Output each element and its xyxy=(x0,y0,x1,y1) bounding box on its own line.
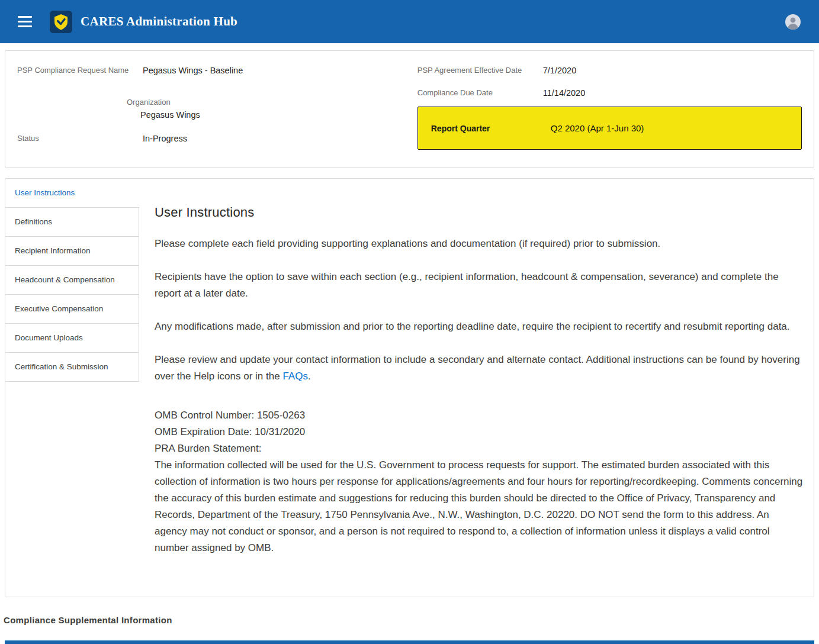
nav-item-certification-submission[interactable]: Certification & Submission xyxy=(5,352,139,382)
omb-statement-block: OMB Control Number: 1505-0263 OMB Expira… xyxy=(155,407,803,556)
organization-label: Organization xyxy=(127,97,417,107)
supplemental-section-header-bar xyxy=(5,640,814,644)
section-nav-list: Definitions Recipient Information Headco… xyxy=(5,207,139,382)
request-name-label: PSP Compliance Request Name xyxy=(17,65,143,76)
compliance-summary-card: PSP Compliance Request Name Pegasus Wing… xyxy=(5,50,814,168)
instructions-paragraph-3: Any modifications made, after submission… xyxy=(155,318,803,335)
app-title: CARES Administration Hub xyxy=(81,14,237,29)
report-sections-card: User Instructions Definitions Recipient … xyxy=(5,178,814,597)
effective-date-label: PSP Agreement Effective Date xyxy=(417,65,543,76)
pra-burden-text: The information collected will be used f… xyxy=(155,457,803,556)
supplemental-section-title: Compliance Supplemental Information xyxy=(4,615,819,625)
section-nav: User Instructions Definitions Recipient … xyxy=(5,179,139,597)
summary-right-column: PSP Agreement Effective Date 7/1/2020 Co… xyxy=(417,65,802,150)
instructions-paragraph-4: Please review and update your contact in… xyxy=(155,352,803,385)
request-name-value: Pegasus Wings - Baseline xyxy=(143,65,417,76)
omb-expiration-date: OMB Expiration Date: 10/31/2020 xyxy=(155,424,803,440)
organization-field: Organization Pegasus Wings xyxy=(127,97,417,120)
nav-item-document-uploads[interactable]: Document Uploads xyxy=(5,323,139,352)
status-value: In-Progress xyxy=(143,133,417,144)
nav-item-definitions[interactable]: Definitions xyxy=(5,207,139,236)
user-instructions-panel: User Instructions Please complete each f… xyxy=(139,179,814,597)
status-label: Status xyxy=(17,133,143,144)
user-avatar-icon[interactable] xyxy=(785,14,801,30)
summary-left-column: PSP Compliance Request Name Pegasus Wing… xyxy=(17,65,417,150)
effective-date-value: 7/1/2020 xyxy=(543,65,802,76)
organization-value: Pegasus Wings xyxy=(127,110,417,120)
report-quarter-value: Q2 2020 (Apr 1-Jun 30) xyxy=(551,123,644,133)
due-date-label: Compliance Due Date xyxy=(417,88,543,98)
faq-sentence-suffix: . xyxy=(308,371,311,382)
faq-sentence-prefix: Please review and update your contact in… xyxy=(155,354,800,382)
omb-control-number: OMB Control Number: 1505-0263 xyxy=(155,407,803,424)
nav-item-executive-compensation[interactable]: Executive Compensation xyxy=(5,294,139,323)
pra-burden-label: PRA Burden Statement: xyxy=(155,440,803,457)
nav-item-recipient-information[interactable]: Recipient Information xyxy=(5,236,139,265)
menu-button[interactable] xyxy=(18,16,32,27)
nav-item-user-instructions[interactable]: User Instructions xyxy=(5,188,139,207)
nav-item-headcount-compensation[interactable]: Headcount & Compensation xyxy=(5,265,139,294)
report-quarter-highlight: Report Quarter Q2 2020 (Apr 1-Jun 30) xyxy=(417,107,802,150)
report-quarter-label: Report Quarter xyxy=(431,124,551,133)
instructions-paragraph-1: Please complete each field providing sup… xyxy=(155,236,803,252)
hamburger-icon xyxy=(18,16,32,18)
instructions-paragraph-2: Recipients have the option to save withi… xyxy=(155,269,803,302)
due-date-value: 11/14/2020 xyxy=(543,88,802,98)
faqs-link[interactable]: FAQs xyxy=(282,371,308,382)
panel-heading: User Instructions xyxy=(155,205,803,220)
app-logo-icon xyxy=(50,11,72,33)
top-navigation-bar: CARES Administration Hub xyxy=(0,0,819,43)
